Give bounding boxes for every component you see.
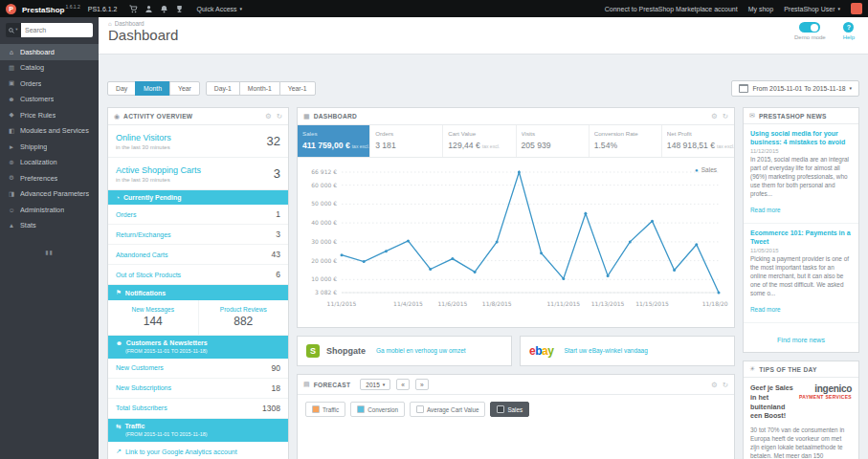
demo-mode-toggle[interactable]: Demo mode [794,22,826,40]
row-total-subscribers[interactable]: Total Subscribers1308 [108,399,288,419]
gear-icon[interactable]: ⚙ [711,381,718,389]
modules-row: S Shopgate Ga mobiel en verhoog uw omzet… [297,336,735,366]
refresh-icon[interactable]: ↻ [277,112,282,120]
kpi-net-profit[interactable]: Net Profit148 918,51 €tax excl. [662,125,734,157]
row-out-of-stock-products[interactable]: Out of Stock Products6 [108,265,288,285]
search-scope-button[interactable]: ▾ [6,23,21,37]
sidebar-item-modules-and-services[interactable]: ◧Modules and Services [0,123,99,140]
svg-text:66 912 €: 66 912 € [311,168,337,175]
news-article-title[interactable]: Ecommerce 101: Payments in a Tweet [750,229,852,246]
brand: PrestaShop1.6.1.2 [22,4,80,14]
find-more-news-link[interactable]: Find more news [777,337,825,343]
customers-icon: ☻ [116,339,122,346]
forecast-year-select[interactable]: 2015 ▾ [360,379,390,390]
notification-product-reviews[interactable]: Product Reviews882 [199,300,289,335]
forecast-legend: TrafficConversionAverage Cart ValueSales [298,395,734,424]
online-visitors-label[interactable]: Online Visitors [116,133,280,142]
forecast-prev-button[interactable]: « [396,379,410,390]
shopgate-link[interactable]: Ga mobiel en verhoog uw omzet [376,347,466,355]
read-more-link[interactable]: Read more [750,207,781,213]
refresh-icon[interactable]: ↻ [723,381,728,389]
bell-icon[interactable] [160,5,168,13]
filter-month-1[interactable]: Month-1 [239,81,280,96]
kpi-cart-value[interactable]: Cart Value129,44 €tax excl. [443,125,516,157]
active-carts-label[interactable]: Active Shopping Carts [116,165,280,175]
row-orders[interactable]: Orders1 [108,205,288,225]
filter-year-1[interactable]: Year-1 [279,81,316,96]
sidebar-item-orders[interactable]: ▣Orders [0,76,99,92]
notification-new-messages[interactable]: New Messages144 [108,300,199,335]
help-button[interactable]: ? Help [843,22,855,40]
row-return-exchanges[interactable]: Return/Exchanges3 [108,225,288,245]
search-input[interactable] [21,23,93,37]
sidebar-item-label: Customers [20,95,54,103]
row-abandoned-carts[interactable]: Abandoned Carts43 [108,245,288,265]
kpi-sales[interactable]: Sales411 759,00 €tax excl. [298,125,370,157]
forecast-next-button[interactable]: » [415,379,429,390]
read-more-link[interactable]: Read more [750,306,781,313]
traffic-icon: ⇆ [116,423,121,430]
filter-day-1[interactable]: Day-1 [206,81,240,96]
date-range-button[interactable]: From 2015-11-01 To 2015-11-18 ▾ [731,80,859,97]
filter-day[interactable]: Day [107,81,136,96]
forecast-toggle-conversion[interactable]: Conversion [350,402,405,417]
user-menu[interactable]: PrestaShop User ▾ [784,6,840,12]
sidebar-item-stats[interactable]: ▲Stats [0,218,99,234]
row-new-customers[interactable]: New Customers90 [108,359,288,379]
google-analytics-link[interactable]: Link to your Google Analytics account [125,448,237,455]
forecast-toggle-average-cart-value[interactable]: Average Cart Value [410,402,485,417]
kpi-value: 129,44 € [448,141,479,150]
ebay-link[interactable]: Start uw eBay-winkel vandaag [564,347,647,355]
toggle-on-icon[interactable] [799,22,820,33]
cart-icon[interactable] [129,5,138,13]
chart-legend[interactable]: ● Sales [695,166,717,173]
news-article-date: 11/05/2015 [750,248,852,253]
my-shop-link[interactable]: My shop [748,6,773,12]
filter-year[interactable]: Year [169,81,200,96]
sidebar-item-price-rules[interactable]: ◆Price Rules [0,107,99,123]
forecast-toggle-sales[interactable]: Sales [490,402,529,417]
sidebar-item-dashboard[interactable]: ⌂Dashboard [0,44,99,60]
row-new-subscriptions[interactable]: New Subscriptions18 [108,379,288,399]
dashboard-columns: ◉ ACTIVITY OVERVIEW ⚙ ↻ Online Visitors … [107,107,859,459]
quick-access-menu[interactable]: Quick Access ▾ [197,6,243,12]
left-column: ◉ ACTIVITY OVERVIEW ⚙ ↻ Online Visitors … [107,107,289,459]
gear-icon[interactable]: ⚙ [711,112,718,120]
sidebar-item-administration[interactable]: ☺Administration [0,202,99,218]
kpi-orders[interactable]: Orders3 181 [370,125,443,157]
sidebar-item-customers[interactable]: ☻Customers [0,92,99,108]
trophy-icon[interactable] [175,5,184,13]
kpi-conversion-rate[interactable]: Conversion Rate1.54% [590,125,662,157]
kpi-visits[interactable]: Visits205 939 [517,125,590,157]
notifications-title: Notifications [125,290,166,296]
cell-label: New Messages [108,306,198,313]
sidebar-item-catalog[interactable]: ▥Catalog [0,60,99,76]
brand-version: 1.6.1.2 [65,4,79,10]
sidebar-item-shipping[interactable]: ►Shipping [0,139,99,155]
forecast-icon: ▤ [303,381,310,388]
row-value: 18 [272,383,280,393]
forecast-toggle-traffic[interactable]: Traffic [305,402,345,417]
news-article-title[interactable]: Using social media for your business: 4 … [750,129,852,146]
collapse-sidebar-button[interactable]: ▮▮ [0,249,99,255]
sidebar-item-advanced-parameters[interactable]: ◨Advanced Parameters [0,186,99,203]
sidebar-item-localization[interactable]: ⊕Localization [0,155,99,171]
avatar[interactable] [851,3,862,14]
svg-text:11/4/2015: 11/4/2015 [393,300,423,307]
shop-name[interactable]: PS1.6.1.2 [88,6,118,12]
prestashop-logo-icon[interactable]: P [6,4,16,14]
filter-month[interactable]: Month [135,81,170,96]
legend-label: Sales [701,166,717,173]
sidebar-item-preferences[interactable]: ⚙Preferences [0,170,99,186]
traffic-header: ⇆ Traffic (FROM 2015-11-01 TO 2015-11-18… [108,419,288,443]
sidebar-item-label: Stats [20,221,36,230]
customer-icon[interactable] [145,5,153,13]
middle-column: ▦ DASHBOARD ⚙ ↻ Sales411 759,00 €tax exc… [297,107,735,459]
news-articles: Using social media for your business: 4 … [744,124,858,323]
refresh-icon[interactable]: ↻ [723,112,728,120]
gear-icon[interactable]: ⚙ [265,112,272,120]
topbar: P PrestaShop1.6.1.2 PS1.6.1.2 Quick Acce… [0,0,868,17]
topbar-shortcut-icons [129,5,184,13]
marketplace-link[interactable]: Connect to PrestaShop Marketplace accoun… [605,6,738,12]
kpi-label: Orders [375,130,437,137]
